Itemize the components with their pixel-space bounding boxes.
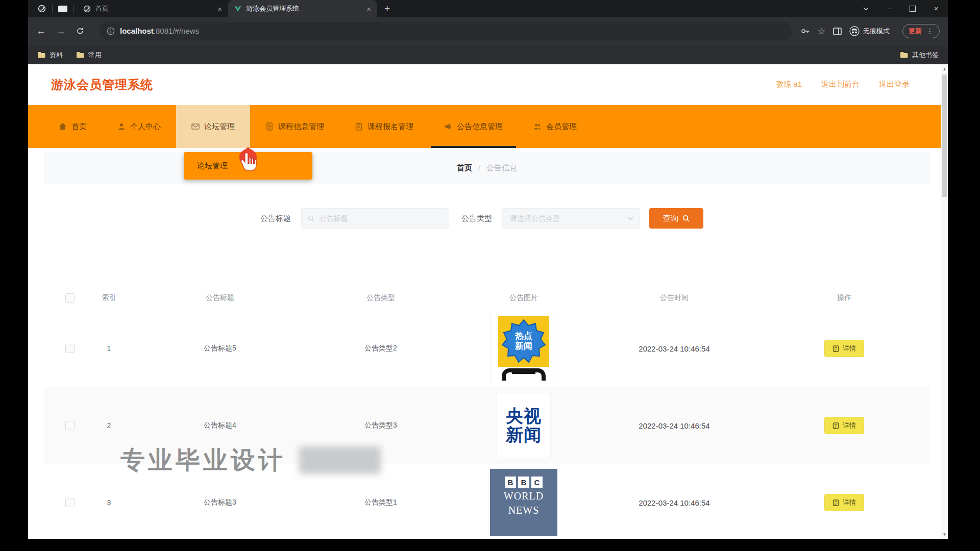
other-bookmarks-label: 其他书签	[912, 51, 939, 60]
clipboard-icon	[355, 122, 363, 131]
url-path: :8081/#/news	[154, 27, 199, 35]
address-bar: ← → localhost:8081/#/news ☆	[28, 17, 948, 45]
page-scrollbar[interactable]: ▲ ▼	[941, 64, 948, 539]
update-menu-button[interactable]: 更新 ⋮	[902, 24, 940, 38]
select-all-checkbox[interactable]	[65, 293, 75, 303]
current-user-link[interactable]: 教练 a1	[776, 80, 802, 89]
site-info-icon[interactable]	[107, 27, 115, 35]
folder-icon	[37, 52, 45, 58]
back-button[interactable]: ←	[36, 26, 46, 37]
new-tab-button[interactable]: +	[384, 3, 390, 14]
incognito-badge: 无痕模式	[849, 26, 890, 36]
nav-label: 会员管理	[546, 122, 577, 132]
vue-logo-icon	[234, 6, 241, 12]
type-filter-input[interactable]	[509, 214, 624, 223]
hot-news-logo: 热点 新闻	[498, 316, 549, 367]
mail-icon	[191, 122, 200, 131]
reload-button[interactable]	[76, 27, 84, 35]
cell-time: 2022-03-24 10:46:54	[590, 421, 758, 430]
announcement-image-cctv-news[interactable]: 央视 新闻	[497, 393, 551, 458]
bookmark-star-icon[interactable]: ☆	[818, 26, 825, 37]
maximize-button[interactable]	[901, 0, 924, 17]
query-button[interactable]: 查询	[649, 208, 703, 229]
detail-button[interactable]: 详情	[824, 417, 864, 434]
detail-button[interactable]: 详情	[824, 494, 864, 511]
cell-title: 公告标题4	[136, 421, 304, 430]
url-field[interactable]: localhost:8081/#/news	[100, 22, 792, 40]
incognito-icon	[849, 26, 860, 36]
tab-home[interactable]: 首页 ×	[77, 0, 228, 17]
detail-button-label: 详情	[843, 344, 856, 353]
cell-time: 2022-03-24 10:46:54	[590, 344, 758, 353]
close-window-button[interactable]: ×	[924, 0, 948, 17]
header-action: 操作	[758, 293, 930, 303]
folder-icon	[76, 52, 84, 58]
breadcrumb-separator: /	[478, 164, 480, 172]
title-filter-field[interactable]	[301, 208, 449, 229]
exit-to-front-link[interactable]: 退出到前台	[821, 80, 860, 89]
nav-item-personal-center[interactable]: 个人中心	[102, 105, 176, 148]
detail-button-label: 详情	[843, 498, 856, 507]
swirl-logo-icon	[83, 5, 91, 13]
nav-item-member-management[interactable]: 会员管理	[518, 105, 592, 148]
browser-window: 首页 × 游泳会员管理系统 × + − × ← →	[28, 0, 948, 539]
page: 游泳会员管理系统 教练 a1 退出到前台 退出登录 首页 个人中心	[28, 64, 948, 539]
header-index: 索引	[82, 293, 136, 303]
pinned-site-icon[interactable]	[35, 2, 48, 15]
scroll-up-arrow[interactable]: ▲	[941, 65, 948, 72]
side-panel-icon[interactable]	[833, 28, 842, 35]
chevron-down-icon	[863, 7, 869, 11]
dropdown-item-forum-management[interactable]: 论坛管理	[184, 152, 312, 180]
nav-item-home[interactable]: 首页	[43, 105, 102, 148]
bookmark-label: 资料	[50, 51, 63, 60]
nav-label: 首页	[71, 122, 87, 132]
logout-link[interactable]: 退出登录	[879, 80, 910, 89]
title-filter-input[interactable]	[318, 214, 443, 223]
cctv-line1: 央视	[506, 407, 542, 425]
breadcrumb: 首页 / 公告信息	[44, 152, 930, 184]
cctv-line2: 新闻	[506, 425, 542, 444]
kebab-menu-icon[interactable]: ⋮	[926, 27, 934, 35]
close-tab-icon[interactable]: ×	[217, 5, 222, 13]
pinned-tab-icon[interactable]	[56, 2, 69, 15]
white-rect-icon	[58, 6, 67, 12]
type-filter-select[interactable]	[502, 208, 640, 229]
key-icon[interactable]	[801, 27, 810, 35]
bookmark-folder-changyong[interactable]: 常用	[76, 51, 102, 60]
scroll-down-arrow[interactable]: ▼	[941, 531, 948, 538]
announcement-image-hot-news[interactable]: 热点 新闻	[490, 313, 557, 384]
nav-item-course-signup[interactable]: 课程报名管理	[339, 105, 429, 148]
tab-strip: 首页 × 游泳会员管理系统 × + − ×	[28, 0, 948, 17]
announcement-image-bbc-news[interactable]: B B C WORLD NEWS	[490, 469, 557, 536]
search-icon	[308, 215, 314, 222]
cell-type: 公告类型2	[304, 344, 457, 353]
close-tab-icon[interactable]: ×	[366, 5, 371, 13]
type-filter-label: 公告类型	[461, 214, 494, 223]
cell-index: 3	[82, 498, 136, 507]
folder-icon	[900, 52, 908, 58]
tab-title: 首页	[95, 4, 213, 13]
nav-item-forum-management[interactable]: 论坛管理	[176, 105, 250, 148]
bookmark-folder-ziliao[interactable]: 资料	[37, 51, 63, 60]
breadcrumb-home[interactable]: 首页	[457, 163, 472, 173]
tab-swim-system[interactable]: 游泳会员管理系统 ×	[228, 0, 377, 17]
other-bookmarks[interactable]: 其他书签	[900, 51, 939, 60]
scrollbar-thumb[interactable]	[942, 74, 947, 197]
cell-index: 2	[82, 421, 136, 430]
nav-item-course-info[interactable]: 课程信息管理	[250, 105, 339, 148]
forward-button[interactable]: →	[56, 26, 66, 37]
bbc-line2: NEWS	[508, 505, 540, 516]
swirl-logo-icon	[38, 5, 46, 13]
detail-button[interactable]: 详情	[824, 340, 864, 357]
maximize-icon	[910, 6, 916, 12]
bbc-letter: B	[518, 477, 529, 488]
window-menu-chevron-icon[interactable]	[854, 0, 877, 17]
minimize-button[interactable]: −	[877, 0, 901, 17]
nav-item-announcement-info[interactable]: 公告信息管理	[429, 105, 518, 148]
row-checkbox[interactable]	[65, 421, 75, 430]
bbc-line1: WORLD	[504, 490, 544, 502]
row-checkbox[interactable]	[65, 344, 75, 353]
incognito-label: 无痕模式	[863, 27, 890, 36]
row-checkbox[interactable]	[65, 498, 75, 507]
home-icon	[59, 122, 67, 131]
